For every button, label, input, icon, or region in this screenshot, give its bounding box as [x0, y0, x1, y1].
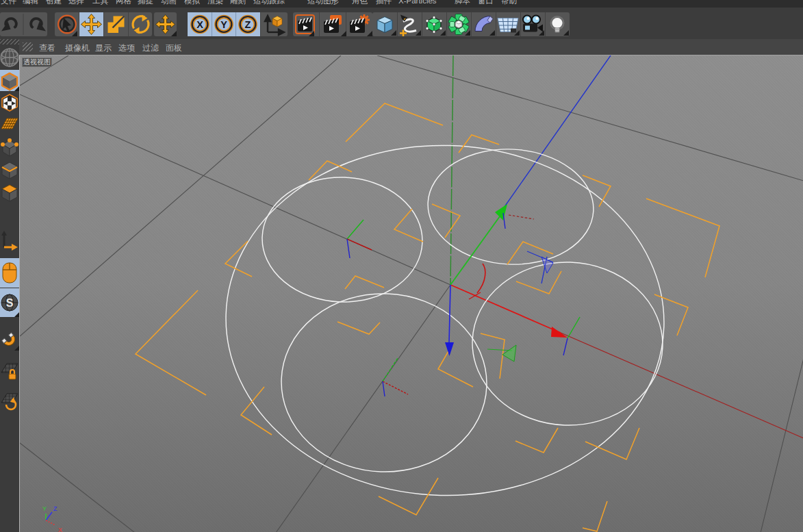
svg-text:X: X [196, 19, 203, 30]
svg-text:Y: Y [220, 19, 227, 30]
svg-text:X: X [58, 527, 62, 532]
svg-text:S: S [6, 297, 14, 309]
svg-text:Z: Z [53, 505, 58, 512]
svg-text:Y: Y [42, 505, 47, 512]
svg-text:Z: Z [245, 19, 251, 30]
